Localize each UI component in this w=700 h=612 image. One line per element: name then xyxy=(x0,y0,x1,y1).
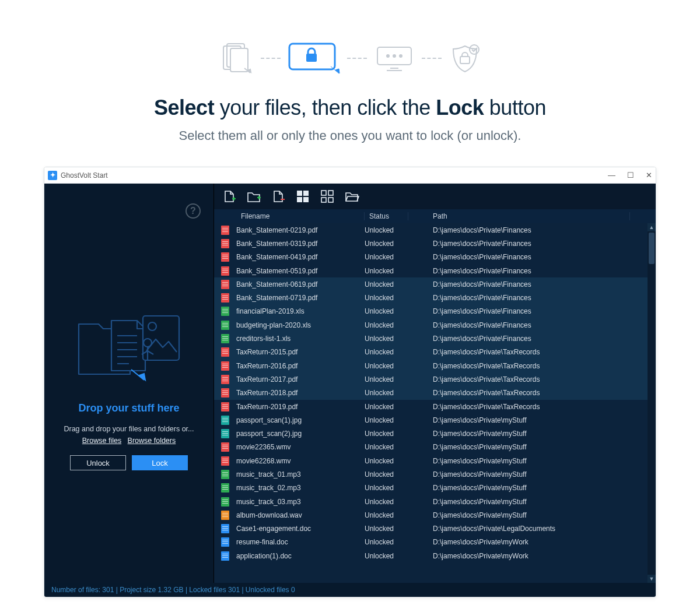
table-row[interactable]: music_track_01.mp3UnlockedD:\james\docs\… xyxy=(214,467,648,481)
headline: Select your files, then click the Lock b… xyxy=(0,96,700,120)
cell-filename: music_track_03.mp3 xyxy=(236,498,365,506)
view-small-icons-button[interactable] xyxy=(319,188,335,205)
col-header-status[interactable]: Status xyxy=(365,212,408,220)
table-row[interactable]: financialPlan-2019.xlsUnlockedD:\james\d… xyxy=(214,305,648,318)
table-row[interactable]: passport_scan(2).jpgUnlockedD:\james\doc… xyxy=(214,427,648,440)
cell-path: D:\james\docs\Private\myStuff xyxy=(408,498,648,506)
cell-filename: budgeting-plan-2020.xls xyxy=(236,321,365,329)
table-row[interactable]: creditors-list-1.xlsUnlockedD:\james\doc… xyxy=(214,332,648,345)
cell-path: D:\james\docs\Private\Finances xyxy=(408,307,648,315)
add-file-button[interactable] xyxy=(221,188,237,205)
step-divider xyxy=(347,58,367,59)
table-row[interactable]: album-download.wavUnlockedD:\james\docs\… xyxy=(214,508,648,522)
main-panel: Filename Status Path Bank_Statement-0219… xyxy=(214,184,656,583)
add-folder-button[interactable] xyxy=(246,188,262,205)
cell-status: Unlocked xyxy=(365,321,408,329)
cell-status: Unlocked xyxy=(365,335,408,343)
table-row[interactable]: Bank_Statement-0619.pdfUnlockedD:\james\… xyxy=(214,277,648,291)
table-row[interactable]: resume-final.docUnlockedD:\james\docs\Pr… xyxy=(214,536,648,549)
cell-status: Unlocked xyxy=(365,280,408,289)
table-row[interactable]: movie22365.wmvUnlockedD:\james\docs\Priv… xyxy=(214,441,648,454)
open-folder-button[interactable] xyxy=(344,188,360,205)
col-header-filename[interactable]: Filename xyxy=(236,212,365,220)
remove-file-button[interactable] xyxy=(270,188,286,205)
cell-path: D:\james\docs\Private\Finances xyxy=(408,267,648,275)
svg-rect-20 xyxy=(321,198,326,202)
cell-status: Unlocked xyxy=(365,348,408,356)
browse-folders-link[interactable]: Browse folders xyxy=(128,437,176,445)
cell-path: D:\james\docs\Private\myStuff xyxy=(408,470,648,479)
help-icon[interactable]: ? xyxy=(186,203,201,219)
cell-status: Unlocked xyxy=(365,470,408,479)
subheadline: Select them all or only the ones you wan… xyxy=(0,128,700,143)
browse-files-link[interactable]: Browse files xyxy=(82,437,121,445)
svg-rect-16 xyxy=(297,197,302,202)
table-row[interactable]: TaxReturn-2016.pdfUnlockedD:\james\docs\… xyxy=(214,359,648,372)
file-icon xyxy=(221,334,229,343)
file-icon xyxy=(221,280,229,289)
cell-path: D:\james\docs\Private\Finances xyxy=(408,240,648,248)
cell-status: Unlocked xyxy=(365,457,408,465)
table-row[interactable]: budgeting-plan-2020.xlsUnlockedD:\james\… xyxy=(214,318,648,332)
lock-button[interactable]: Lock xyxy=(132,455,188,470)
svg-rect-11 xyxy=(143,316,179,360)
scrollbar[interactable]: ▲ ▼ xyxy=(648,223,656,583)
scroll-up-button[interactable]: ▲ xyxy=(648,223,656,231)
toolbar xyxy=(214,184,656,209)
cell-filename: Case1-engagement.doc xyxy=(236,525,365,533)
col-header-path[interactable]: Path xyxy=(408,212,630,220)
scroll-thumb[interactable] xyxy=(649,233,654,264)
cell-filename: album-download.wav xyxy=(236,511,365,519)
titlebar[interactable]: ✦ GhostVolt Start — ☐ ✕ xyxy=(44,167,656,184)
file-icon xyxy=(221,252,229,262)
window-minimize-button[interactable]: — xyxy=(608,171,615,180)
cell-filename: passport_scan(1).jpg xyxy=(236,416,365,424)
cell-path: D:\james\docs\Private\Finances xyxy=(408,226,648,234)
svg-point-10 xyxy=(470,45,479,54)
table-row[interactable]: TaxReturn-2015.pdfUnlockedD:\james\docs\… xyxy=(214,346,648,359)
table-row[interactable]: Case1-engagement.docUnlockedD:\james\doc… xyxy=(214,522,648,536)
table-row[interactable]: application(1).docUnlockedD:\james\docs\… xyxy=(214,549,648,562)
cell-filename: movie62268.wmv xyxy=(236,457,365,465)
table-row[interactable]: Bank_Statement-0519.pdfUnlockedD:\james\… xyxy=(214,264,648,277)
cell-status: Unlocked xyxy=(365,484,408,492)
cell-filename: application(1).doc xyxy=(236,552,365,560)
cell-path: D:\james\docs\Private\LegalDocuments xyxy=(408,525,648,533)
headline-bold-2: Lock xyxy=(436,96,484,119)
cell-status: Unlocked xyxy=(365,443,408,451)
file-icon xyxy=(221,361,229,371)
cell-path: D:\james\docs\Private\Finances xyxy=(408,335,648,343)
headline-bold-1: Select xyxy=(154,96,214,119)
window-maximize-button[interactable]: ☐ xyxy=(627,171,634,180)
status-bar: Number of files: 301 | Project size 1.32… xyxy=(44,583,656,597)
cell-path: D:\james\docs\Private\myStuff xyxy=(408,416,648,424)
table-row[interactable]: Bank_Statement-0319.pdfUnlockedD:\james\… xyxy=(214,237,648,250)
table-row[interactable]: TaxReturn-2017.pdfUnlockedD:\james\docs\… xyxy=(214,372,648,386)
table-row[interactable]: movie62268.wmvUnlockedD:\james\docs\Priv… xyxy=(214,454,648,467)
cell-path: D:\james\docs\Private\myStuff xyxy=(408,511,648,519)
cell-filename: Bank_Statement-0719.pdf xyxy=(236,294,365,302)
cell-filename: music_track_01.mp3 xyxy=(236,470,365,479)
cell-status: Unlocked xyxy=(365,267,408,275)
cell-path: D:\james\docs\Private\TaxRecords xyxy=(408,389,648,397)
file-icon xyxy=(221,442,229,452)
window-close-button[interactable]: ✕ xyxy=(646,171,652,180)
table-row[interactable]: Bank_Statement-0719.pdfUnlockedD:\james\… xyxy=(214,291,648,304)
file-icon xyxy=(221,375,229,384)
cell-path: D:\james\docs\Private\Finances xyxy=(408,280,648,289)
scroll-down-button[interactable]: ▼ xyxy=(648,575,656,583)
table-row[interactable]: TaxReturn-2018.pdfUnlockedD:\james\docs\… xyxy=(214,386,648,400)
cell-status: Unlocked xyxy=(365,511,408,519)
table-row[interactable]: music_track_03.mp3UnlockedD:\james\docs\… xyxy=(214,495,648,508)
table-row[interactable]: passport_scan(1).jpgUnlockedD:\james\doc… xyxy=(214,413,648,427)
table-row[interactable]: Bank_Statement-0219.pdfUnlockedD:\james\… xyxy=(214,223,648,237)
cell-filename: TaxReturn-2017.pdf xyxy=(236,375,365,384)
cell-filename: financialPlan-2019.xls xyxy=(236,307,365,315)
drop-illustration xyxy=(71,303,187,387)
view-large-icons-button[interactable] xyxy=(295,188,311,205)
cell-path: D:\james\docs\Private\Finances xyxy=(408,253,648,261)
table-row[interactable]: Bank_Statement-0419.pdfUnlockedD:\james\… xyxy=(214,251,648,264)
unlock-button[interactable]: Unlock xyxy=(70,455,126,470)
table-row[interactable]: TaxReturn-2019.pdfUnlockedD:\james\docs\… xyxy=(214,400,648,413)
table-row[interactable]: music_track_02.mp3UnlockedD:\james\docs\… xyxy=(214,481,648,495)
